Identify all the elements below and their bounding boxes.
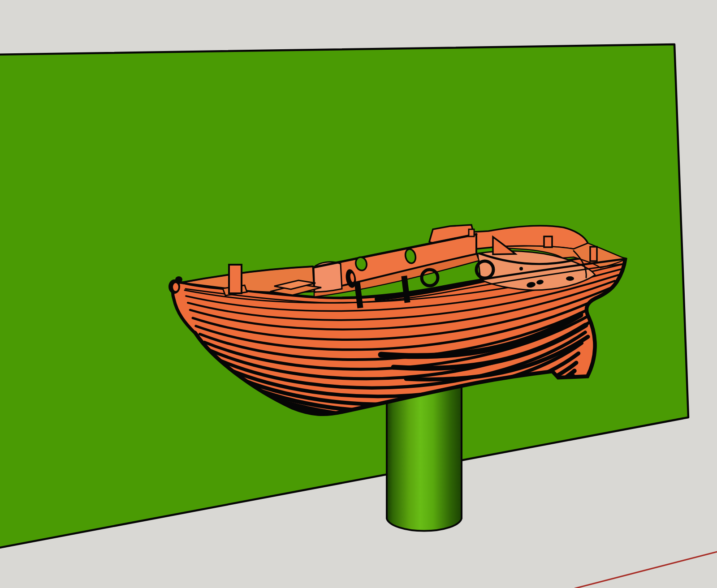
deck-fitting <box>566 276 574 281</box>
viewport-canvas[interactable] <box>0 0 717 588</box>
deck-fitting <box>519 267 523 270</box>
cylinder-body[interactable] <box>387 383 462 531</box>
pedestal-cylinder[interactable] <box>387 383 462 531</box>
bow-stem-nub <box>175 276 182 283</box>
deck-post[interactable] <box>590 247 597 261</box>
deck-post[interactable] <box>469 229 474 236</box>
bow-stem-knob-highlight <box>173 283 178 291</box>
deck-post[interactable] <box>544 236 552 247</box>
mast-stub[interactable] <box>229 265 242 293</box>
